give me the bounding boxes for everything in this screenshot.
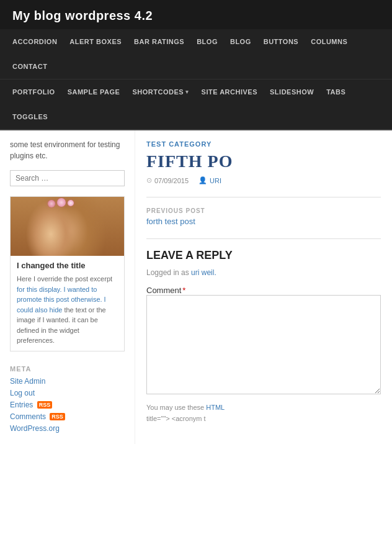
meta-link-wordpress: WordPress.org	[10, 423, 125, 433]
post-date: ⊙ 07/09/2015	[146, 176, 189, 184]
entries-rss-link[interactable]: Entries RSS	[10, 401, 52, 409]
html-tag-link[interactable]: HTML	[206, 404, 225, 411]
search-input[interactable]	[10, 170, 125, 186]
meta-link-comments: Comments RSS	[10, 412, 125, 421]
leave-reply-title: LEAVE A REPLY	[146, 249, 381, 262]
nav-item-blog1[interactable]: BLOG	[190, 29, 224, 54]
page-layout: some test environment for testing plugin…	[0, 130, 392, 444]
meta-link-site-admin: Site Admin	[10, 376, 125, 386]
post-date-value: 07/09/2015	[154, 177, 189, 184]
widget-card-excerpt: Here I override the post excerpt for thi…	[17, 274, 118, 346]
flower-decoration	[48, 200, 74, 207]
prev-post-section: PREVIOUS POST forth test post	[146, 207, 381, 226]
shortcodes-label: SHORTCODES	[132, 88, 184, 96]
divider-2	[146, 238, 381, 239]
comment-label: Comment*	[146, 286, 185, 295]
nav-item-blog2[interactable]: BLOG	[224, 29, 257, 54]
post-meta: ⊙ 07/09/2015 👤 URI	[146, 176, 381, 184]
post-author: 👤 URI	[198, 176, 221, 184]
html-info: You may use these HTML title=""> <acrony…	[146, 402, 381, 424]
primary-nav: ACCORDION ALERT BOXES BAR RATINGS BLOG B…	[0, 29, 392, 79]
sidebar: some test environment for testing plugin…	[0, 130, 135, 444]
nav-item-buttons[interactable]: BUTTONS	[257, 29, 305, 54]
flower-3	[68, 200, 74, 206]
nav-item-shortcodes[interactable]: SHORTCODES ▾	[126, 79, 195, 104]
flower-2	[57, 198, 66, 207]
required-star: *	[182, 286, 185, 295]
prev-post-label: PREVIOUS POST	[146, 207, 381, 214]
widget-card: I changed the title Here I override the …	[10, 196, 125, 351]
comments-rss-link[interactable]: Comments RSS	[10, 412, 65, 421]
post-title: FIFTH PO	[146, 152, 381, 171]
rss-badge-comments: RSS	[50, 413, 65, 420]
divider-1	[146, 197, 381, 197]
prev-post-link[interactable]: forth test post	[146, 217, 195, 226]
nav-item-site-archives[interactable]: SITE ARCHIVES	[195, 79, 264, 104]
comment-field-label: Comment*	[146, 286, 381, 295]
site-admin-link[interactable]: Site Admin	[10, 377, 45, 386]
nav-item-bar-ratings[interactable]: BAR RATINGS	[128, 29, 190, 54]
nav-item-tabs[interactable]: TABS	[320, 79, 352, 104]
widget-card-image	[11, 197, 124, 256]
nav-item-sample-page[interactable]: SAMPLE PAGE	[61, 79, 127, 104]
comment-textarea[interactable]	[146, 295, 381, 394]
nav-item-slideshow[interactable]: SLIDESHOW	[264, 79, 320, 104]
chevron-down-icon: ▾	[185, 89, 189, 95]
nav-item-accordion[interactable]: ACCORDION	[6, 29, 63, 54]
meta-links: Site Admin Log out Entries RSS Comments …	[10, 376, 125, 433]
html-info-prefix: You may use these	[146, 404, 206, 411]
nav-item-toggles[interactable]: TOGGLES	[6, 104, 54, 129]
wordpress-link[interactable]: WordPress.org	[10, 424, 60, 433]
flower-1	[48, 200, 55, 207]
meta-label: META	[10, 365, 125, 373]
meta-link-entries: Entries RSS	[10, 400, 125, 409]
secondary-nav: PORTFOLIO SAMPLE PAGE SHORTCODES ▾ SITE …	[0, 79, 392, 130]
person-icon: 👤	[198, 176, 207, 184]
site-title: My blog wordpress 4.2	[12, 9, 153, 22]
category-label: TEST CATEGORY	[146, 140, 381, 148]
clock-icon: ⊙	[146, 176, 152, 184]
leave-reply-section: LEAVE A REPLY Logged in as uri weil. Com…	[146, 249, 381, 424]
site-header: My blog wordpress 4.2	[0, 0, 392, 29]
logged-in-text: Logged in as uri weil.	[146, 268, 381, 277]
html-code-sample: title=""> <acronym t	[146, 415, 206, 422]
main-content: TEST CATEGORY FIFTH PO ⊙ 07/09/2015 👤 UR…	[135, 130, 392, 444]
widget-card-title: I changed the title	[17, 261, 118, 270]
rss-badge-entries: RSS	[37, 401, 53, 409]
meta-link-logout: Log out	[10, 388, 125, 397]
logout-link[interactable]: Log out	[10, 389, 35, 397]
meta-section: META Site Admin Log out Entries RSS Comm…	[10, 365, 125, 433]
sidebar-description: some test environment for testing plugin…	[10, 139, 125, 161]
logged-in-user-link[interactable]: uri weil.	[191, 268, 216, 277]
widget-card-body: I changed the title Here I override the …	[11, 256, 124, 351]
nav-item-portfolio[interactable]: PORTFOLIO	[6, 79, 61, 104]
logged-in-prefix: Logged in as	[146, 268, 191, 277]
nav-item-contact[interactable]: CONTACT	[6, 54, 53, 79]
excerpt-highlight: for this display. I wanted to promote th…	[17, 286, 106, 314]
post-author-value: URI	[210, 177, 221, 184]
nav-item-columns[interactable]: COLUMNS	[305, 29, 354, 54]
nav-item-alert-boxes[interactable]: ALERT BOXES	[63, 29, 128, 54]
